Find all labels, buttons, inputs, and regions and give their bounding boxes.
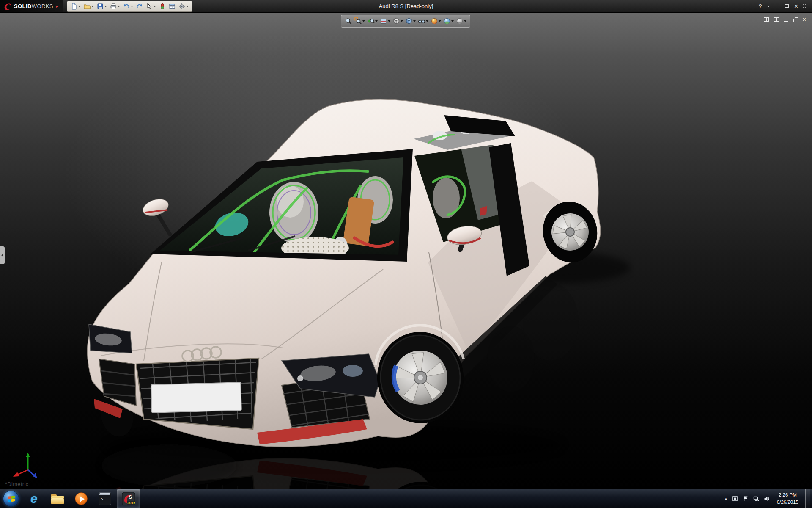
view-settings-icon	[456, 17, 464, 25]
car-body-group[interactable]	[88, 99, 602, 447]
display-style-icon	[405, 17, 413, 25]
split-window-button[interactable]	[764, 16, 769, 23]
options-icon	[178, 3, 185, 10]
dropdown-caret-icon[interactable]	[78, 6, 81, 7]
section-view-icon	[380, 17, 387, 25]
dropdown-caret-icon[interactable]	[131, 6, 133, 7]
open-button[interactable]	[82, 1, 95, 11]
rebuild-icon	[159, 3, 166, 10]
print-icon	[110, 3, 117, 10]
view-orientation-icon	[392, 17, 400, 25]
media-player-icon	[75, 492, 88, 505]
dropdown-caret-icon[interactable]	[362, 20, 365, 22]
action-center-flag-icon[interactable]	[743, 496, 749, 502]
save-button[interactable]	[96, 1, 108, 11]
redo-icon	[136, 3, 143, 10]
taskbar-item-media-player[interactable]	[69, 489, 93, 508]
maximize-button[interactable]	[785, 3, 789, 10]
taskbar-item-file-explorer[interactable]	[46, 489, 69, 508]
zoom-to-fit-icon	[345, 17, 352, 25]
show-hidden-icons-button[interactable]: ▲	[724, 497, 728, 501]
doc-close-button[interactable]: ×	[802, 16, 806, 23]
brand-text: SOLIDWORKS	[14, 3, 53, 9]
redo-button[interactable]	[135, 1, 144, 11]
save-icon	[97, 3, 104, 10]
chevron-left-icon	[1, 254, 3, 257]
graphics-area[interactable]: ×	[0, 13, 812, 489]
dropdown-caret-icon[interactable]	[401, 20, 403, 22]
solidworks-logo: SOLIDWORKS ▸	[0, 0, 63, 12]
taskbar-item-solidworks[interactable]: S 2015	[117, 489, 140, 508]
select-button[interactable]	[145, 1, 157, 11]
dropdown-caret-icon[interactable]	[91, 6, 94, 7]
heads-up-view-toolbar	[341, 15, 470, 28]
options-button[interactable]	[177, 1, 190, 11]
start-orb-icon	[3, 491, 19, 507]
file-properties-button[interactable]	[167, 1, 177, 11]
clock-time: 2:26 PM	[777, 491, 798, 499]
dropdown-caret-icon[interactable]	[413, 20, 416, 22]
close-button[interactable]: ×	[794, 3, 798, 10]
undo-icon	[123, 3, 130, 10]
dropdown-caret-icon[interactable]	[186, 6, 189, 7]
minimize-button[interactable]	[775, 3, 779, 10]
select-cursor-icon	[146, 3, 153, 10]
help-button[interactable]: ?	[759, 3, 762, 10]
panel-collapse-arrow[interactable]	[0, 246, 5, 264]
help-dropdown-icon[interactable]	[767, 3, 770, 10]
customize-grid-icon[interactable]	[803, 3, 808, 10]
view-orientation-button[interactable]	[392, 16, 404, 26]
dropdown-caret-icon[interactable]	[464, 20, 466, 22]
open-folder-icon	[84, 3, 91, 10]
start-button[interactable]	[0, 489, 22, 508]
dropdown-caret-icon[interactable]	[439, 20, 441, 22]
doc-minimize-button[interactable]	[784, 16, 788, 23]
display-style-button[interactable]	[404, 16, 417, 26]
taskbar-clock[interactable]: 2:26 PM 6/26/2015	[774, 491, 801, 505]
taskbar-item-command-prompt[interactable]: >_	[93, 489, 117, 508]
internet-explorer-icon: e	[30, 492, 37, 505]
network-icon[interactable]	[753, 496, 760, 502]
view-settings-button[interactable]	[455, 16, 467, 26]
apply-scene-button[interactable]	[442, 16, 455, 26]
tray-app-icon[interactable]	[732, 496, 738, 502]
dropdown-caret-icon[interactable]	[375, 20, 378, 22]
undo-button[interactable]	[122, 1, 134, 11]
rebuild-button[interactable]	[158, 1, 167, 11]
main-toolbar	[67, 1, 192, 12]
left-mirror[interactable]	[141, 196, 170, 218]
dropdown-caret-icon[interactable]	[426, 20, 428, 22]
z-axis-arrow	[33, 473, 37, 478]
view-orientation-label: *Dimetric	[5, 481, 28, 487]
brand-expand-icon[interactable]: ▸	[56, 4, 58, 8]
zoom-to-area-icon	[354, 17, 362, 25]
file-explorer-icon	[51, 494, 64, 504]
split-window-2-button[interactable]	[774, 16, 779, 23]
previous-view-button[interactable]	[366, 16, 379, 26]
doc-restore-button[interactable]	[793, 16, 797, 23]
dropdown-caret-icon[interactable]	[154, 6, 156, 7]
system-tray: ▲ 2:26 PM 6/26/2015	[724, 489, 812, 508]
show-desktop-button[interactable]	[805, 489, 810, 508]
dropdown-caret-icon[interactable]	[451, 20, 454, 22]
taskbar-item-internet-explorer[interactable]: e	[22, 489, 46, 508]
hide-show-items-button[interactable]	[417, 16, 429, 26]
new-document-button[interactable]	[69, 1, 82, 11]
window-controls: ? ×	[759, 3, 812, 10]
dropdown-caret-icon[interactable]	[118, 6, 120, 7]
zoom-to-fit-button[interactable]	[344, 16, 353, 26]
edit-appearance-button[interactable]	[430, 16, 442, 26]
command-prompt-icon: >_	[99, 492, 111, 505]
document-window-controls: ×	[764, 16, 806, 23]
dropdown-caret-icon[interactable]	[388, 20, 390, 22]
section-view-button[interactable]	[379, 16, 391, 26]
new-document-icon	[71, 3, 77, 10]
dropdown-caret-icon[interactable]	[104, 6, 107, 7]
brand-solid: SOLID	[14, 3, 32, 9]
zoom-to-area-button[interactable]	[354, 16, 366, 26]
model-audi-r8[interactable]	[63, 85, 634, 489]
solidworks-logo-icon	[3, 2, 12, 11]
volume-icon[interactable]	[764, 496, 770, 502]
solidworks-icon: S 2015	[122, 492, 135, 505]
print-button[interactable]	[109, 1, 121, 11]
